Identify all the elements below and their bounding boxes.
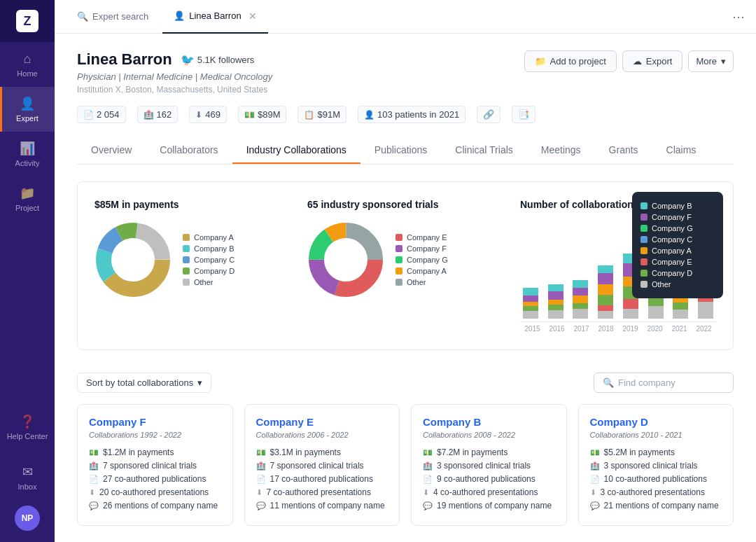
more-button[interactable]: More ▾ (688, 50, 734, 72)
year-label-2021: 2021 (667, 325, 692, 333)
bar-segment (648, 306, 664, 319)
tab-more-button[interactable]: ⋯ (732, 9, 745, 25)
company-card-name[interactable]: Company F (89, 416, 221, 428)
stat-link2[interactable]: 📑 (512, 106, 536, 123)
bar-segment (548, 291, 564, 300)
legend-company-a: Company A (183, 233, 234, 242)
stat-patients: 👤 103 patients in 2021 (358, 106, 465, 123)
sidebar-item-activity[interactable]: 📊 Activity (0, 132, 55, 176)
search-icon: 🔍 (603, 377, 614, 388)
bar-segment (548, 305, 564, 310)
app-logo[interactable]: Z (0, 0, 55, 42)
bar-segment (548, 310, 564, 319)
bar-segment (523, 288, 538, 296)
tab-overview[interactable]: Overview (77, 137, 146, 164)
pres-icon: ⬇ (590, 488, 596, 497)
find-company-input[interactable]: 🔍 Find company (594, 373, 734, 393)
collaborations-chart: Number of collaborations Company B Compa… (520, 199, 716, 333)
sort-button[interactable]: Sort by total collaborations ▾ (77, 373, 211, 393)
card-presentations: ⬇20 co-authored presentations (89, 487, 221, 497)
sidebar-bottom: ❓ Help Center ✉ Inbox NP (0, 405, 55, 542)
tab-close-icon[interactable]: ✕ (248, 11, 257, 22)
collab-range: Collaborations 2006 - 2022 (256, 431, 388, 439)
stacked-bar-2015 (523, 288, 538, 319)
sidebar-label-home: Home (17, 69, 37, 78)
bar-segment (523, 296, 538, 302)
payments1-icon: 💵 (244, 110, 255, 120)
sidebar-label-help: Help Center (7, 432, 48, 440)
card-publications: 📄17 co-authored publications (256, 474, 388, 484)
trials-chart-title: 65 industry sponsored trials (307, 199, 503, 210)
card-publications: 📄10 co-authored publications (590, 474, 722, 484)
bar-group-2018 (595, 265, 616, 319)
help-icon: ❓ (20, 414, 35, 429)
sidebar-item-expert[interactable]: 👤 Expert (0, 87, 55, 132)
home-icon: ⌂ (24, 52, 31, 67)
payment-icon: 💵 (89, 448, 99, 457)
card-payments: 💵$5.2M in payments (590, 447, 722, 457)
export-button[interactable]: ☁ Export (622, 50, 683, 72)
sidebar-item-inbox[interactable]: ✉ Inbox (0, 455, 55, 500)
tooltip-company-e: Company E (640, 256, 715, 267)
trials-donut-container: Company E Company F Company G Compa (307, 221, 503, 298)
card-presentations: ⬇3 co-authored presentations (590, 487, 722, 497)
bar-segment (573, 280, 588, 288)
bar-segment (598, 295, 613, 305)
legend-company-e: Company E (396, 233, 448, 242)
tooltip-company-d: Company D (640, 267, 715, 279)
inbox-icon: ✉ (22, 464, 33, 480)
company-cards: Company F Collaborations 1992 - 2022 💵$1… (77, 404, 734, 526)
tab-linea-barron[interactable]: 👤 Linea Barron ✕ (162, 0, 267, 34)
add-to-project-button[interactable]: 📁 Add to project (524, 50, 617, 72)
tooltip-company-b: Company B (640, 200, 715, 211)
company-card-company-b: Company B Collaborations 2008 - 2022 💵$7… (411, 404, 567, 526)
sidebar-label-project: Project (15, 204, 39, 212)
company-card-name[interactable]: Company E (256, 416, 388, 428)
stat-link1[interactable]: 🔗 (477, 106, 500, 123)
tab-expert-search[interactable]: 🔍 Expert search (66, 0, 160, 34)
expert-header: Linea Barron 🐦 5.1K followers Physician … (77, 50, 734, 95)
logo-icon: Z (16, 10, 38, 32)
stats-bar: 📄 2 054 🏥 162 ⬇ 469 💵 $89M 📋 $91M 👤 1 (77, 106, 734, 123)
trial-icon: 🏥 (423, 461, 433, 471)
stat-payments2: 📋 $91M (298, 106, 346, 123)
bar-segment (673, 303, 688, 310)
sidebar-item-help[interactable]: ❓ Help Center (0, 405, 55, 450)
bar-segment (598, 311, 613, 319)
tab-clinical-trials[interactable]: Clinical Trials (441, 137, 526, 164)
year-label-2020: 2020 (643, 325, 667, 333)
sidebar-item-project[interactable]: 📁 Project (0, 176, 55, 221)
company-card-name[interactable]: Company B (423, 416, 555, 428)
tab-bar: 🔍 Expert search 👤 Linea Barron ✕ ⋯ (55, 0, 756, 34)
tab-meetings[interactable]: Meetings (527, 137, 595, 164)
card-publications: 📄27 co-authored publications (89, 474, 221, 484)
sort-chevron-icon: ▾ (197, 377, 202, 388)
sidebar-item-home[interactable]: ⌂ Home (0, 42, 55, 87)
bar-segment (673, 310, 688, 319)
company-card-name[interactable]: Company D (590, 416, 722, 428)
card-payments: 💵$1.2M in payments (89, 447, 221, 457)
tab-grants[interactable]: Grants (595, 137, 652, 164)
pub-icon: 📄 (423, 475, 433, 484)
legend-company-c: Company C (183, 256, 234, 264)
pres-icon: ⬇ (89, 488, 95, 497)
user-avatar[interactable]: NP (15, 506, 40, 531)
year-label-2015: 2015 (520, 325, 545, 333)
card-presentations: ⬇4 co-authored presentations (423, 487, 555, 497)
tab-publications[interactable]: Publications (360, 137, 442, 164)
legend-company-f: Company F (396, 244, 448, 253)
export-icon: ☁ (633, 56, 642, 67)
folder-icon: 📁 (535, 56, 546, 67)
expert-location: Institution X, Boston, Massachusetts, Un… (77, 85, 272, 95)
tab-collaborators[interactable]: Collaborators (146, 137, 232, 164)
expert-subtitle: Physician | Internal Medicine | Medical … (77, 71, 272, 82)
bar-segment (573, 288, 588, 296)
tab-industry-collaborations[interactable]: Industry Collaborations (232, 137, 360, 164)
year-label-2017: 2017 (569, 325, 594, 333)
trial-icon: 🏥 (590, 461, 600, 471)
tab-claims[interactable]: Claims (652, 137, 710, 164)
legend-company-a-trials: Company A (396, 267, 448, 275)
trials-icon: 🏥 (144, 110, 154, 120)
year-label-2019: 2019 (618, 325, 643, 333)
year-label-2022: 2022 (692, 325, 716, 333)
